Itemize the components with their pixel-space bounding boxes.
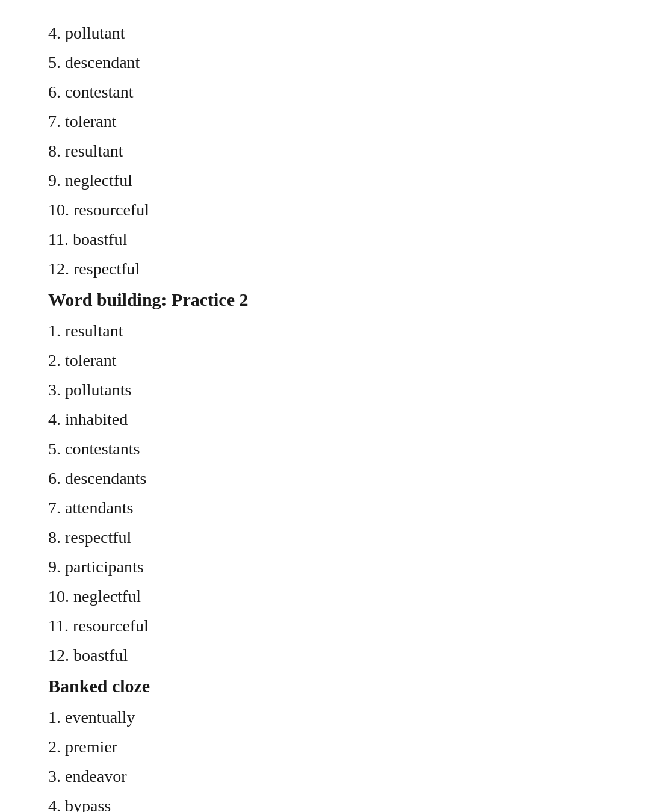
section3-heading: Banked cloze — [48, 670, 602, 702]
section2-container: Word building: Practice 21. resultant2. … — [48, 284, 602, 670]
list-item: 11. resourceful — [48, 611, 602, 640]
list-item: 1. resultant — [48, 316, 602, 346]
list-item: 3. endeavor — [48, 761, 602, 791]
list-item: 9. participants — [48, 552, 602, 581]
section1-list: 4. pollutant5. descendant6. contestant7.… — [48, 18, 602, 284]
list-item: 4. pollutant — [48, 18, 602, 48]
section3-container: Banked cloze1. eventually2. premier3. en… — [48, 670, 602, 812]
list-item: 11. boastful — [48, 225, 602, 254]
list-item: 8. respectful — [48, 522, 602, 552]
list-item: 1. eventually — [48, 702, 602, 732]
list-item: 9. neglectful — [48, 166, 602, 195]
list-item: 12. respectful — [48, 254, 602, 284]
list-item: 5. descendant — [48, 48, 602, 77]
list-item: 5. contestants — [48, 434, 602, 463]
list-item: 7. attendants — [48, 493, 602, 522]
section2-heading: Word building: Practice 2 — [48, 284, 602, 316]
list-item: 4. inhabited — [48, 404, 602, 434]
list-item: 12. boastful — [48, 640, 602, 670]
list-item: 8. resultant — [48, 136, 602, 166]
list-item: 6. contestant — [48, 77, 602, 107]
list-item: 6. descendants — [48, 463, 602, 493]
list-item: 7. tolerant — [48, 107, 602, 136]
list-item: 2. tolerant — [48, 346, 602, 375]
main-content: 4. pollutant5. descendant6. contestant7.… — [0, 0, 650, 812]
list-item: 2. premier — [48, 732, 602, 761]
list-item: 10. neglectful — [48, 581, 602, 611]
list-item: 10. resourceful — [48, 195, 602, 225]
list-item: 3. pollutants — [48, 375, 602, 404]
list-item: 4. bypass — [48, 791, 602, 812]
